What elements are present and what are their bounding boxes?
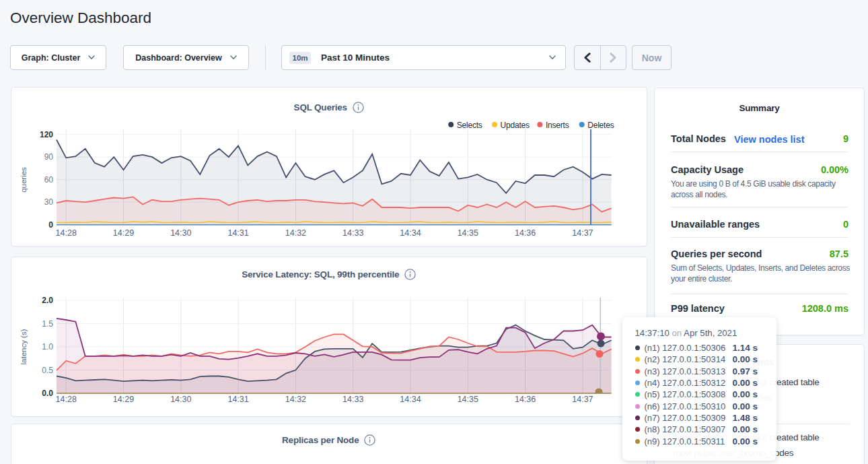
svg-text:14:32: 14:32	[285, 228, 306, 238]
svg-text:Selects: Selects	[457, 121, 482, 130]
svg-text:30: 30	[44, 197, 54, 207]
svg-text:queries: queries	[20, 167, 28, 193]
svg-text:14:37: 14:37	[572, 228, 593, 238]
svg-text:14:29: 14:29	[113, 228, 134, 238]
svg-text:14:35: 14:35	[458, 228, 478, 238]
svg-text:14:28: 14:28	[56, 395, 77, 404]
svg-text:Deletes: Deletes	[587, 121, 614, 130]
svg-text:14:31: 14:31	[227, 395, 248, 404]
svg-text:14:31: 14:31	[227, 228, 248, 238]
svg-text:14:33: 14:33	[342, 228, 363, 238]
svg-text:2.0: 2.0	[42, 296, 53, 305]
svg-text:14:34: 14:34	[400, 395, 421, 404]
svg-text:Updates: Updates	[501, 121, 530, 130]
svg-text:14:36: 14:36	[515, 228, 536, 238]
svg-text:14:29: 14:29	[113, 395, 134, 404]
svg-text:0.5: 0.5	[42, 366, 53, 375]
svg-text:60: 60	[44, 175, 54, 185]
svg-text:90: 90	[44, 152, 54, 162]
svg-text:0.0: 0.0	[42, 389, 53, 398]
svg-text:14:37: 14:37	[572, 395, 593, 404]
svg-text:14:30: 14:30	[170, 228, 191, 238]
svg-text:14:30: 14:30	[170, 395, 191, 404]
svg-text:14:28: 14:28	[56, 228, 77, 238]
svg-text:14:36: 14:36	[515, 395, 536, 404]
svg-text:14:35: 14:35	[458, 395, 478, 404]
svg-text:0: 0	[48, 220, 53, 230]
svg-text:14:34: 14:34	[400, 228, 421, 238]
svg-text:1.0: 1.0	[42, 342, 53, 352]
svg-text:latency (s): latency (s)	[20, 329, 28, 364]
svg-text:1.5: 1.5	[42, 319, 53, 329]
svg-text:14:32: 14:32	[285, 395, 306, 404]
svg-text:14:33: 14:33	[342, 395, 363, 404]
svg-text:120: 120	[40, 130, 53, 139]
svg-text:Inserts: Inserts	[546, 121, 569, 130]
